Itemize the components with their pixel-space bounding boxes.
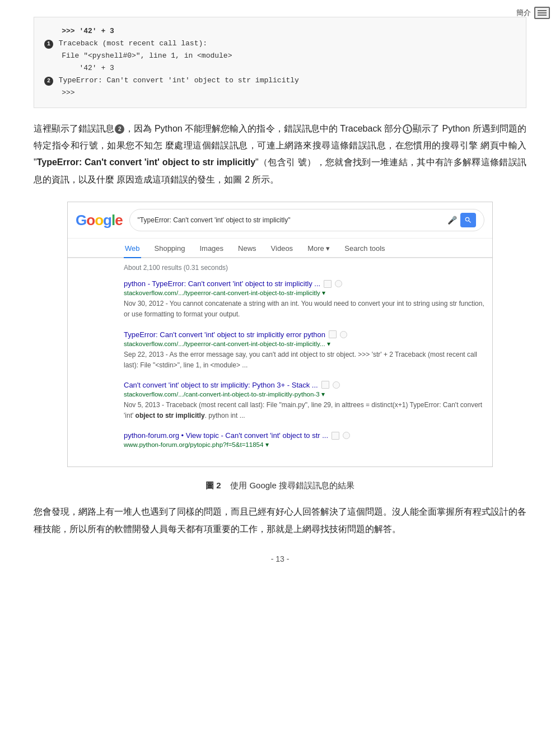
result-cache-icon-3 [321,381,329,389]
circle-2: 2 [44,77,53,86]
result-item-4: python-forum.org • View topic - Can't co… [124,431,484,449]
search-button[interactable] [460,213,476,227]
result-title-4[interactable]: python-forum.org • View topic - Can't co… [124,431,484,440]
result-title-3[interactable]: Can't convert 'int' object to str implic… [124,381,484,389]
result-title-text-3: Can't convert 'int' object to str implic… [124,381,318,389]
results-count: About 2,100 results (0.31 seconds) [124,264,484,272]
inline-circle-1: 1 [403,124,412,134]
monitor-icon [534,7,550,19]
result-title-text-4: python-forum.org • View topic - Can't co… [124,431,328,440]
body-paragraph-2: 您會發現，網路上有一堆人也遇到了同樣的問題，而且已經有好心人回答解決了這個問題。… [34,503,526,538]
page-number: - 13 - [34,554,526,563]
body-paragraph-1: 這裡顯示了錯誤訊息2，因為 Python 不能理解您輸入的指令，錯誤訊息中的 T… [34,120,526,189]
result-url-3: stackoverflow.com/.../cant-convert-int-o… [124,390,484,398]
google-header: Google "TypeError: Can't convert 'int' o… [68,202,492,239]
google-search-bar[interactable]: "TypeError: Can't convert 'int' object t… [129,209,484,231]
search-icons: 🎤 [447,213,476,227]
result-item-1: python - TypeError: Can't convert 'int' … [124,279,484,320]
nav-search-tools[interactable]: Search tools [343,241,386,257]
result-cache-icon-4 [332,432,339,440]
nav-videos[interactable]: Videos [270,241,295,257]
nav-web[interactable]: Web [124,241,141,258]
inline-circle-2: 2 [115,124,124,134]
code-block: >>> '42' + 3 1 Traceback (most recent ca… [34,17,526,108]
nav-images[interactable]: Images [198,241,225,257]
result-cache-icon-2 [329,330,337,338]
result-more-icon-2 [340,331,347,338]
code-line-5: 2 TypeError: Can't convert 'int' object … [44,74,516,87]
nav-more[interactable]: More ▾ [306,241,331,257]
code-line-3: File "<pyshell#0>", line 1, in <module> [44,50,516,62]
code-line-4: '42' + 3 [44,62,516,74]
result-cache-icon-1 [324,280,332,288]
result-title-1[interactable]: python - TypeError: Can't convert 'int' … [124,279,484,288]
result-snippet-3: Nov 5, 2013 - Traceback (most recent cal… [124,400,484,421]
nav-shopping[interactable]: Shopping [153,241,186,257]
figure-caption: 圖 2 使用 Google 搜尋錯誤訊息的結果 [34,481,526,491]
search-query-text: "TypeError: Can't convert 'int' object t… [138,216,291,224]
code-line-1: >>> '42' + 3 [44,25,516,38]
monitor-line-3 [538,15,547,16]
monitor-line-2 [538,12,547,13]
monitor-lines [538,10,547,16]
result-more-icon-4 [343,432,350,439]
result-item-2: TypeError: Can't convert 'int' object to… [124,330,484,371]
google-screenshot: Google "TypeError: Can't convert 'int' o… [67,202,493,467]
google-nav: Web Shopping Images News Videos More ▾ S… [68,239,492,258]
monitor-line-1 [538,10,547,11]
main-content: >>> '42' + 3 1 Traceback (most recent ca… [0,0,560,586]
google-logo: Google [76,212,123,229]
figure-text: 使用 Google 搜尋錯誤訊息的結果 [230,481,354,490]
result-title-text-2: TypeError: Can't convert 'int' object to… [124,330,325,339]
code-line-6: >>> [44,87,516,99]
circle-1: 1 [44,40,53,49]
google-results-area: About 2,100 results (0.31 seconds) pytho… [68,258,492,467]
result-more-icon-3 [333,381,340,389]
figure-number: 圖 2 [206,481,221,490]
result-snippet-2: Sep 22, 2013 - As the error message say,… [124,349,484,371]
result-url-2: stackoverflow.com/.../typeerror-cant-con… [124,340,484,348]
intro-label: 簡介 [516,8,531,18]
result-snippet-1: Nov 30, 2012 - You cannot concatenate a … [124,298,484,320]
result-url-1: stackoverflow.com/.../typeerror-cant-con… [124,289,484,297]
mic-icon: 🎤 [447,216,457,225]
code-line-2: 1 Traceback (most recent call last): [44,38,516,50]
result-title-text-1: python - TypeError: Can't convert 'int' … [124,279,320,288]
result-url-4: www.python-forum.org/pytopic.php?f=5&t=1… [124,441,484,449]
nav-news[interactable]: News [237,241,258,257]
result-more-icon-1 [335,280,342,287]
top-right-area: 簡介 [516,7,550,19]
result-item-3: Can't convert 'int' object to str implic… [124,381,484,421]
result-title-2[interactable]: TypeError: Can't convert 'int' object to… [124,330,484,339]
